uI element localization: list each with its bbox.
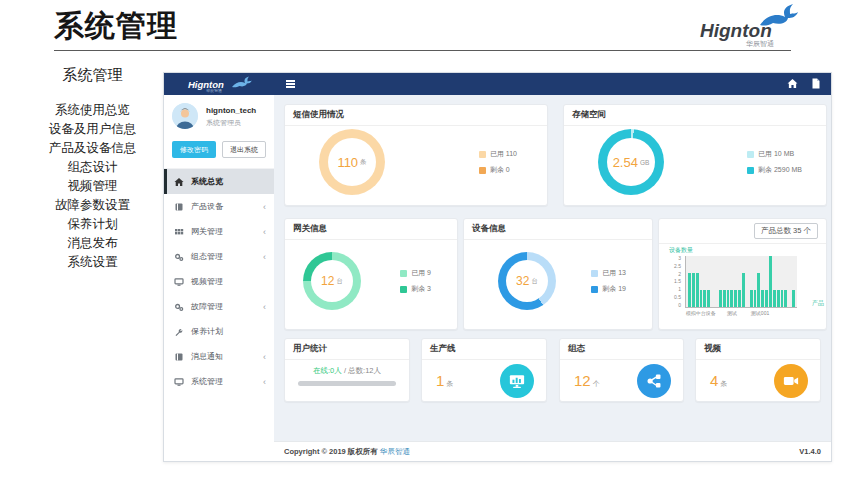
card-production-line: 生产线 1条 xyxy=(421,338,547,402)
doc-nav: 系统管理 系统使用总览 设备及用户信息 产品及设备信息 组态设计 视频管理 故障… xyxy=(5,66,180,272)
card-devices: 设备信息 32台 已用 13 剩余 19 xyxy=(463,218,653,330)
book-icon xyxy=(174,202,186,212)
sidebar-item-overview[interactable]: 系统总览 xyxy=(164,169,274,194)
stat-value: 4 xyxy=(710,372,718,389)
card-title: 用户统计 xyxy=(293,343,327,355)
user-actions: 修改密码 退出系统 xyxy=(164,137,274,168)
wrench-icon xyxy=(174,327,186,337)
logout-button[interactable]: 退出系统 xyxy=(222,141,266,158)
stat-unit: 个 xyxy=(593,380,600,387)
chevron-left-icon: ‹ xyxy=(263,202,266,212)
avatar[interactable] xyxy=(172,103,198,129)
bar-plot xyxy=(685,256,797,308)
sidebar-item-products[interactable]: 产品设备 ‹ xyxy=(164,194,274,219)
legend-item[interactable]: 剩余 19 xyxy=(591,284,626,294)
doc-nav-item[interactable]: 消息发布 xyxy=(5,234,180,253)
chevron-left-icon: ‹ xyxy=(263,227,266,237)
grid-icon xyxy=(174,227,186,237)
chevron-left-icon: ‹ xyxy=(263,252,266,262)
chevron-left-icon: ‹ xyxy=(263,377,266,387)
card-title: 组态 xyxy=(568,343,585,355)
title-divider xyxy=(54,50,791,51)
chevron-left-icon: ‹ xyxy=(263,352,266,362)
copyright-text: Copyright © 2019 版权所有 xyxy=(284,447,378,456)
doc-nav-item[interactable]: 视频管理 xyxy=(5,177,180,196)
legend: 已用 13 剩余 19 xyxy=(591,268,626,294)
gears-icon xyxy=(174,252,186,262)
storage-donut-chart: 2.54GB xyxy=(598,129,664,195)
doc-nav-item[interactable]: 系统使用总览 xyxy=(5,101,180,120)
card-gateway: 网关信息 12台 已用 9 剩余 3 xyxy=(284,218,458,330)
card-title: 设备信息 xyxy=(472,223,506,235)
donut-value: 110 xyxy=(337,155,358,170)
user-panel: hignton_tech 系统管理员 xyxy=(164,103,274,137)
legend: 已用 110 剩余 0 xyxy=(479,149,517,175)
card-title: 短信使用情况 xyxy=(293,109,344,121)
home-icon xyxy=(174,177,186,187)
card-products-chart: 产品总数 35 个 设备数量 32.521.510.50 模拟中台设备测试测试0… xyxy=(658,218,827,330)
doc-nav-item[interactable]: 产品及设备信息 xyxy=(5,139,180,158)
doc-nav-item[interactable]: 保养计划 xyxy=(5,215,180,234)
company-link[interactable]: 华辰智通 xyxy=(380,447,410,456)
product-total-button[interactable]: 产品总数 35 个 xyxy=(754,223,818,239)
sidebar-item-scada[interactable]: 组态管理 ‹ xyxy=(164,244,274,269)
home-icon[interactable] xyxy=(787,78,798,89)
stat-unit: 条 xyxy=(446,380,453,387)
donut-unit: 条 xyxy=(360,158,367,167)
donut-value: 2.54 xyxy=(613,155,638,170)
sidebar-menu: 系统总览 产品设备 ‹ 网关管理 ‹ xyxy=(164,168,274,394)
sidebar-item-fault[interactable]: 故障管理 ‹ xyxy=(164,294,274,319)
book-icon xyxy=(174,352,186,362)
sidebar-item-message[interactable]: 消息通知 ‹ xyxy=(164,344,274,369)
username: hignton_tech xyxy=(206,106,256,115)
sidebar-logo[interactable]: Hignton 华辰智通 xyxy=(164,73,274,95)
sms-donut-chart: 110条 xyxy=(319,129,385,195)
brand-subtitle: 华辰智通 xyxy=(746,39,774,48)
donut-value: 12 xyxy=(321,274,334,288)
donut-unit: 台 xyxy=(531,277,538,286)
legend-item[interactable]: 已用 13 xyxy=(591,268,626,278)
user-role: 系统管理员 xyxy=(206,118,241,128)
sidebar-item-system[interactable]: 系统管理 ‹ xyxy=(164,369,274,394)
file-icon[interactable] xyxy=(811,78,821,89)
card-user-stats: 用户统计 在线:0人 / 总数:12人 xyxy=(284,338,410,402)
card-title: 存储空间 xyxy=(572,109,606,121)
hamburger-icon[interactable] xyxy=(286,80,295,88)
change-password-button[interactable]: 修改密码 xyxy=(172,141,216,158)
chevron-left-icon: ‹ xyxy=(263,302,266,312)
sidebar-item-maintenance[interactable]: 保养计划 xyxy=(164,319,274,344)
bar-yticks: 32.521.510.50 xyxy=(661,256,681,308)
doc-nav-heading[interactable]: 系统管理 xyxy=(5,66,180,85)
page: 系统管理 Hignton 华辰智通 系统管理 系统使用总览 设备及用户信息 产品… xyxy=(0,0,842,480)
legend-item[interactable]: 剩余 2590 MB xyxy=(747,165,802,175)
legend-item[interactable]: 已用 9 xyxy=(400,268,431,278)
donut-unit: 台 xyxy=(336,277,343,286)
online-count: 在线:0人 xyxy=(313,366,342,375)
legend-item[interactable]: 已用 10 MB xyxy=(747,149,802,159)
legend-item[interactable]: 剩余 3 xyxy=(400,284,431,294)
online-progress-bar xyxy=(298,381,396,386)
device-donut-chart: 32台 xyxy=(498,252,556,310)
share-nodes-icon xyxy=(637,364,671,398)
legend: 已用 10 MB 剩余 2590 MB xyxy=(747,149,802,175)
sidebar-item-gateway[interactable]: 网关管理 ‹ xyxy=(164,219,274,244)
donut-value: 32 xyxy=(516,274,529,288)
hignton-logo: Hignton 华辰智通 xyxy=(698,3,802,49)
doc-nav-item[interactable]: 设备及用户信息 xyxy=(5,120,180,139)
bar-chart: 设备数量 32.521.510.50 模拟中台设备测试测试001 产品 xyxy=(659,244,826,326)
brand-name: Hignton xyxy=(700,20,772,41)
y-axis-label: 设备数量 xyxy=(669,246,693,255)
monitor-icon xyxy=(174,277,186,287)
stat-value: 12 xyxy=(574,372,591,389)
legend-item[interactable]: 剩余 0 xyxy=(479,165,517,175)
doc-nav-item[interactable]: 系统设置 xyxy=(5,253,180,272)
video-camera-icon xyxy=(774,364,808,398)
doc-nav-item[interactable]: 组态设计 xyxy=(5,158,180,177)
total-count: / 总数:12人 xyxy=(344,366,381,375)
sidebar-item-video[interactable]: 视频管理 xyxy=(164,269,274,294)
legend-item[interactable]: 已用 110 xyxy=(479,149,517,159)
doc-nav-item[interactable]: 故障参数设置 xyxy=(5,196,180,215)
version-label: V1.4.0 xyxy=(799,447,821,456)
legend: 已用 9 剩余 3 xyxy=(400,268,431,294)
card-storage: 存储空间 2.54GB 已用 10 MB 剩余 2590 MB xyxy=(563,104,827,206)
